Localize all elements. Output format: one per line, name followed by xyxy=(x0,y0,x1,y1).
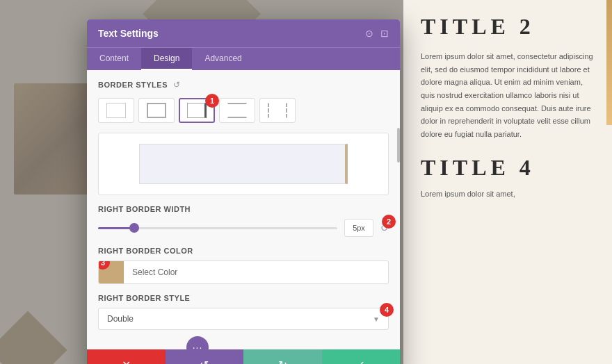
border-style-section: Right Border Style Double ▼ 4 xyxy=(98,294,389,330)
border-tb-preview xyxy=(227,103,247,118)
body-text-1: Lorem ipsum dolor sit amet, consectetur … xyxy=(421,50,595,141)
redo-button[interactable]: ↻ xyxy=(243,349,322,364)
border-width-section: Right Border Width ↺ 2 xyxy=(98,205,389,237)
reset-icon: ↺ xyxy=(200,358,209,365)
border-width-label: Right Border Width xyxy=(98,205,389,213)
dots-icon: ··· xyxy=(193,342,203,353)
bg-right: TITLE 2 Lorem ipsum dolor sit amet, cons… xyxy=(403,0,612,364)
color-select-button[interactable]: Select Color xyxy=(124,267,388,277)
modal-title: Text Settings xyxy=(98,28,159,39)
modal-body: Border Styles ↺ 1 xyxy=(87,70,400,349)
badge-1: 1 xyxy=(205,94,219,108)
border-options: 1 xyxy=(98,98,389,123)
slider-container[interactable] xyxy=(98,221,337,235)
border-width-input[interactable] xyxy=(344,219,373,237)
border-preview-area xyxy=(98,133,389,195)
color-row: Select Color 3 xyxy=(98,260,389,284)
scroll-indicator xyxy=(397,128,400,163)
text-settings-modal: Text Settings ⊙ ⊡ Content Design Advance… xyxy=(87,19,400,364)
border-preview-inner xyxy=(139,144,348,183)
border-styles-header: Border Styles ↺ xyxy=(98,80,389,90)
gold-accent xyxy=(606,0,612,125)
save-button[interactable]: ✓ xyxy=(322,349,401,364)
style-value: Double xyxy=(107,314,134,324)
close-icon[interactable]: ⊡ xyxy=(380,28,389,39)
settings-icon[interactable]: ⊙ xyxy=(365,28,373,39)
dots-button[interactable]: ··· xyxy=(186,336,209,358)
border-color-label: Right Border Color xyxy=(98,247,389,255)
modal-tabs: Content Design Advanced xyxy=(87,47,400,70)
border-option-none[interactable] xyxy=(98,98,134,123)
border-option-topbottom[interactable] xyxy=(219,98,255,123)
tab-design[interactable]: Design xyxy=(141,48,192,70)
tab-content[interactable]: Content xyxy=(87,48,141,70)
border-right-preview xyxy=(187,103,207,118)
title-4: TITLE 4 xyxy=(421,155,595,181)
border-style-label: Right Border Style xyxy=(98,294,389,302)
border-option-right[interactable]: 1 xyxy=(179,98,215,123)
cancel-button[interactable]: ✕ xyxy=(87,349,166,364)
modal-header: Text Settings ⊙ ⊡ xyxy=(87,19,400,47)
border-option-lr[interactable] xyxy=(259,98,296,123)
badge-4: 4 xyxy=(380,303,394,317)
style-select-row[interactable]: Double ▼ 4 xyxy=(98,308,389,330)
border-color-section: Right Border Color Select Color 3 xyxy=(98,247,389,284)
slider-track xyxy=(98,227,337,229)
slider-row: ↺ 2 xyxy=(98,219,389,237)
border-none-preview xyxy=(106,103,126,118)
tab-advanced[interactable]: Advanced xyxy=(192,48,254,70)
border-lr-preview xyxy=(268,103,287,118)
border-styles-reset[interactable]: ↺ xyxy=(173,80,180,90)
title-2: TITLE 2 xyxy=(421,14,595,40)
modal-header-icons: ⊙ ⊡ xyxy=(365,28,389,39)
redo-icon: ↻ xyxy=(278,358,287,365)
modal-footer: ✕ ↺ ↻ ✓ xyxy=(87,349,400,364)
body-text-2: Lorem ipsum dolor sit amet, xyxy=(421,188,595,201)
badge-2: 2 xyxy=(382,215,396,229)
background-page: TITLE 2 Lorem ipsum dolor sit amet, cons… xyxy=(0,0,612,364)
border-styles-label: Border Styles xyxy=(98,81,168,89)
border-all-preview xyxy=(147,103,166,118)
save-icon: ✓ xyxy=(356,358,365,365)
slider-thumb[interactable] xyxy=(129,223,139,233)
cancel-icon: ✕ xyxy=(122,358,131,365)
chevron-down-icon: ▼ xyxy=(373,315,380,323)
border-option-all[interactable] xyxy=(138,98,175,123)
